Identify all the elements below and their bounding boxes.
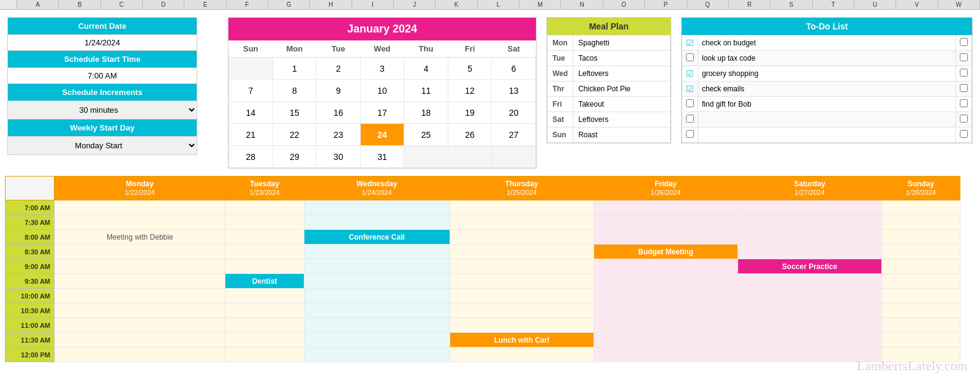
todo-left-check[interactable] <box>682 97 698 112</box>
todo-checkbox[interactable] <box>686 53 694 61</box>
schedule-event-cell: Soccer Practice <box>737 259 881 274</box>
schedule-event-cell: Lunch with Carl <box>450 333 594 348</box>
todo-right-check[interactable] <box>956 97 972 112</box>
todo-right-checkbox[interactable] <box>960 38 968 46</box>
schedule-event-cell <box>450 303 594 318</box>
todo-left-check[interactable]: ☑ <box>682 66 698 82</box>
schedule-event-cell <box>450 215 594 230</box>
schedule-time-row: 9:30 AMDentist <box>6 274 960 289</box>
schedule-event-cell <box>55 274 225 289</box>
calendar-day-cell: 8 <box>273 80 317 102</box>
todo-left-check[interactable] <box>682 127 698 143</box>
todo-left-check[interactable]: ☑ <box>682 82 698 97</box>
todo-right-check[interactable] <box>956 112 972 127</box>
check-mark-icon: ☑ <box>686 38 694 48</box>
schedule-event-cell: Budget Meeting <box>594 245 737 259</box>
todo-right-check[interactable] <box>956 36 972 51</box>
col-header-H: H <box>310 0 352 9</box>
check-mark-icon: ☑ <box>686 84 694 94</box>
todo-checkbox[interactable] <box>686 115 694 123</box>
schedule-event-cell <box>304 348 450 362</box>
schedule-time-row: 9:00 AMSoccer Practice <box>6 259 960 274</box>
todo-table: ☑check on budgetlook up tax code☑grocery… <box>682 35 972 143</box>
todo-right-checkbox[interactable] <box>960 99 968 107</box>
col-header-I: I <box>352 0 394 9</box>
schedule-event-cell <box>881 333 960 348</box>
calendar-grid: Sun Mon Tue Wed Thu Fri Sat 123 <box>228 40 536 168</box>
schedule-event-cell <box>225 333 304 348</box>
todo-header: To-Do List <box>682 18 972 35</box>
calendar-day-cell: 11 <box>404 80 448 102</box>
meal-name: Roast <box>573 127 671 143</box>
schedule-event-cell <box>450 289 594 303</box>
schedule-event-cell <box>304 259 450 274</box>
todo-row: ☑check on budget <box>682 36 972 51</box>
meal-day: Mon <box>548 36 573 51</box>
schedule-event-cell <box>450 274 594 289</box>
todo-right-check[interactable] <box>956 127 972 143</box>
schedule-time-label: 10:00 AM <box>6 289 55 303</box>
schedule-event-cell: Meeting with Debbie <box>55 230 225 245</box>
calendar-day-cell: 27 <box>492 124 536 146</box>
schedule-time-row: 8:30 AMBudget Meeting <box>6 245 960 259</box>
todo-checkbox[interactable] <box>686 99 694 107</box>
schedule-time-row: 8:00 AMMeeting with DebbieConference Cal… <box>6 230 960 245</box>
schedule-header-row: Monday1/22/2024Tuesday1/23/2024Wednesday… <box>6 177 960 200</box>
col-header-M: M <box>519 0 561 9</box>
todo-right-checkbox[interactable] <box>960 69 968 77</box>
todo-right-checkbox[interactable] <box>960 84 968 92</box>
meal-row: WedLeftovers <box>548 66 671 82</box>
calendar-day-cell: 16 <box>317 102 361 124</box>
todo-right-checkbox[interactable] <box>960 53 968 61</box>
schedule-event-cell <box>881 200 960 215</box>
todo-left-check[interactable]: ☑ <box>682 36 698 51</box>
todo-right-check[interactable] <box>956 82 972 97</box>
schedule-time-label: 12:00 PM <box>6 348 55 362</box>
schedule-event-cell <box>450 318 594 333</box>
meal-table: MonSpaghettiTueTacosWedLeftoversThrChick… <box>547 35 671 143</box>
schedule-event-cell <box>225 259 304 274</box>
col-header-A: A <box>17 0 59 9</box>
col-header-C: C <box>101 0 143 9</box>
schedule-event-cell <box>225 200 304 215</box>
calendar-day-cell <box>404 146 448 168</box>
schedule-event-cell: Conference Call <box>304 230 450 245</box>
increments-select[interactable]: 15 minutes 30 minutes 60 minutes <box>8 101 197 119</box>
calendar-day-cell: 29 <box>273 146 317 168</box>
schedule-event-cell <box>737 289 881 303</box>
meal-name: Chicken Pot Pie <box>573 82 671 97</box>
schedule-event-cell <box>881 303 960 318</box>
schedule-event-cell <box>737 215 881 230</box>
schedule-event-cell <box>55 215 225 230</box>
calendar-day-cell: 19 <box>448 102 492 124</box>
todo-right-check[interactable] <box>956 51 972 66</box>
todo-right-checkbox[interactable] <box>960 115 968 123</box>
todo-left-check[interactable] <box>682 51 698 66</box>
schedule-event-cell <box>881 259 960 274</box>
schedule-event-cell <box>450 245 594 259</box>
meal-name: Leftovers <box>573 66 671 82</box>
calendar-day-cell: 4 <box>404 58 448 80</box>
cal-header-sat: Sat <box>492 40 536 58</box>
calendar-day-cell: 24 <box>360 124 404 146</box>
cal-header-mon: Mon <box>273 40 317 58</box>
increments-header: Schedule Increments <box>8 83 197 101</box>
weekly-start-select[interactable]: Monday Start Sunday Start <box>8 137 197 154</box>
todo-right-checkbox[interactable] <box>960 130 968 138</box>
schedule-event-cell <box>55 259 225 274</box>
schedule-time-label: 7:30 AM <box>6 215 55 230</box>
todo-text: grocery shopping <box>698 66 956 82</box>
todo-text: check on budget <box>698 36 956 51</box>
schedule-event-cell <box>737 303 881 318</box>
schedule-event-cell <box>737 245 881 259</box>
calendar-day-cell: 21 <box>229 124 273 146</box>
todo-right-check[interactable] <box>956 66 972 82</box>
increments-dropdown-row[interactable]: 15 minutes 30 minutes 60 minutes <box>8 101 197 119</box>
todo-left-check[interactable] <box>682 112 698 127</box>
weekly-start-dropdown-row[interactable]: Monday Start Sunday Start <box>8 136 197 154</box>
col-header-V: V <box>896 0 938 9</box>
schedule-time-row: 12:00 PM <box>6 348 960 362</box>
schedule-time-row: 7:00 AM <box>6 200 960 215</box>
todo-checkbox[interactable] <box>686 130 694 138</box>
schedule-event-cell <box>881 318 960 333</box>
